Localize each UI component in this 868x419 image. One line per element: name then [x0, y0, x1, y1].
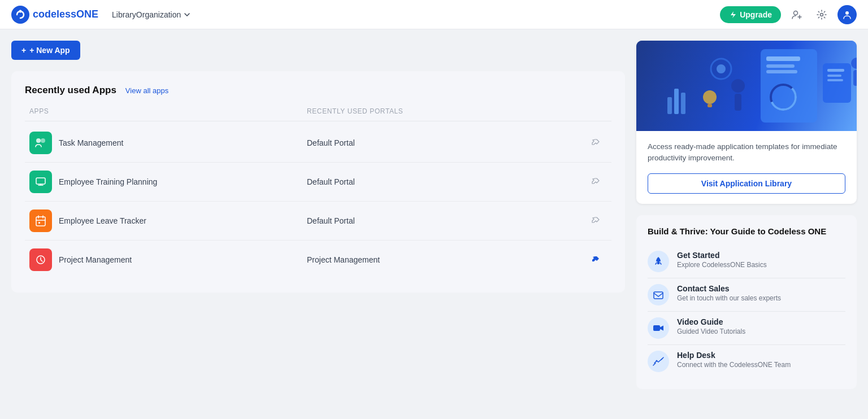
top-navigation: codelessONE LibraryOrganization Upgrade	[0, 0, 868, 29]
table-row[interactable]: Project Management Project Management	[25, 241, 611, 279]
guide-text: Help Desk Connect with the CodelessONE T…	[677, 351, 845, 369]
app-icon	[29, 210, 52, 232]
portal-name: Default Portal	[307, 177, 584, 186]
svg-rect-8	[36, 217, 45, 226]
guide-icon	[648, 317, 669, 339]
svg-rect-32	[681, 93, 685, 114]
svg-rect-9	[38, 222, 40, 224]
svg-point-1	[19, 10, 22, 12]
svg-rect-20	[827, 75, 841, 77]
svg-rect-15	[766, 70, 797, 73]
svg-rect-23	[735, 94, 741, 111]
chevron-down-icon	[183, 11, 191, 19]
app-name: Project Management	[59, 255, 132, 264]
right-panel: Access ready-made application templates …	[636, 41, 857, 389]
list-item[interactable]: Help Desk Connect with the CodelessONE T…	[648, 345, 845, 378]
logo-text: codelessONE	[33, 8, 98, 20]
svg-point-3	[821, 13, 823, 16]
guide-text: Video Guide Guided Video Tutorials	[677, 317, 845, 335]
pin-icon[interactable]	[584, 177, 607, 186]
app-library-description: Access ready-made application templates …	[648, 141, 845, 164]
logo[interactable]: codelessONE	[11, 6, 98, 24]
svg-rect-29	[708, 104, 712, 107]
bolt-icon	[729, 11, 737, 19]
guide-item-desc: Connect with the CodelessONE Team	[677, 361, 845, 369]
guide-card: Build & Thrive: Your Guide to Codeless O…	[636, 215, 857, 389]
app-name: Employee Training Planning	[59, 177, 157, 186]
guide-icon	[648, 284, 669, 305]
guide-item-title: Video Guide	[677, 317, 845, 326]
guide-items-list: Get Started Explore CodelessONE Basics C…	[648, 245, 845, 378]
settings-button[interactable]	[813, 6, 831, 24]
visit-application-library-button[interactable]: Visit Application Library	[648, 173, 845, 194]
col-apps-label: Apps	[29, 107, 307, 115]
app-info: Employee Training Planning	[29, 171, 307, 193]
table-row[interactable]: Employee Leave Tracker Default Portal	[25, 202, 611, 241]
list-item[interactable]: Get Started Explore CodelessONE Basics	[648, 245, 845, 278]
pin-icon[interactable]	[584, 138, 607, 147]
pin-icon[interactable]	[584, 255, 607, 264]
svg-point-36	[656, 360, 658, 361]
portal-name: Default Portal	[307, 138, 584, 147]
guide-title: Build & Thrive: Your Guide to Codeless O…	[648, 226, 845, 236]
app-name: Task Management	[59, 138, 123, 147]
pin-icon[interactable]	[584, 216, 607, 225]
user-icon	[842, 10, 852, 20]
recently-used-card: Recently used Apps View all apps Apps Re…	[11, 71, 625, 293]
col-portals-label: Recently used portals	[307, 107, 584, 115]
guide-item-desc: Get in touch with our sales experts	[677, 294, 845, 302]
svg-rect-19	[827, 69, 844, 72]
banner-illustration	[636, 41, 857, 131]
app-icon	[29, 248, 52, 271]
svg-rect-21	[827, 79, 843, 81]
app-info: Task Management	[29, 132, 307, 154]
apps-list: Task Management Default Portal Employee …	[25, 124, 611, 279]
svg-rect-33	[657, 261, 659, 264]
svg-point-5	[36, 138, 41, 143]
guide-text: Get Started Explore CodelessONE Basics	[677, 251, 845, 269]
svg-rect-7	[36, 178, 45, 184]
new-app-button[interactable]: + + New App	[11, 41, 80, 60]
svg-rect-25	[853, 70, 857, 86]
app-library-banner	[636, 41, 857, 131]
svg-rect-30	[667, 97, 672, 114]
app-info: Employee Leave Tracker	[29, 210, 307, 232]
guide-item-desc: Guided Video Tutorials	[677, 328, 845, 335]
org-selector[interactable]: LibraryOrganization	[107, 8, 196, 21]
upgrade-button[interactable]: Upgrade	[720, 6, 781, 23]
guide-icon	[648, 251, 669, 272]
apps-table-header: Apps Recently used portals	[25, 107, 611, 121]
app-icon	[29, 132, 52, 154]
guide-item-desc: Explore CodelessONE Basics	[677, 261, 845, 269]
org-name: LibraryOrganization	[112, 10, 181, 19]
recently-used-title: Recently used Apps	[25, 85, 116, 96]
nav-right: Upgrade	[720, 5, 857, 24]
svg-point-6	[41, 138, 45, 143]
app-library-card: Access ready-made application templates …	[636, 41, 857, 204]
svg-rect-35	[653, 325, 660, 331]
user-avatar-button[interactable]	[837, 5, 857, 24]
app-library-body: Access ready-made application templates …	[636, 131, 857, 204]
guide-item-title: Help Desk	[677, 351, 845, 360]
left-panel: + + New App Recently used Apps View all …	[11, 41, 625, 389]
table-row[interactable]: Task Management Default Portal	[25, 124, 611, 163]
portal-name: Default Portal	[307, 216, 584, 225]
guide-item-title: Contact Sales	[677, 284, 845, 293]
svg-rect-13	[766, 56, 800, 61]
list-item[interactable]: Video Guide Guided Video Tutorials	[648, 312, 845, 345]
svg-point-27	[717, 64, 726, 73]
svg-rect-14	[766, 64, 795, 68]
add-user-button[interactable]	[788, 6, 806, 24]
logo-icon	[11, 6, 29, 24]
recently-used-header: Recently used Apps View all apps	[25, 85, 611, 96]
portal-name: Project Management	[307, 255, 584, 264]
app-icon	[29, 171, 52, 193]
svg-point-4	[845, 11, 849, 15]
svg-point-0	[11, 6, 29, 24]
app-name: Employee Leave Tracker	[59, 216, 146, 225]
view-all-apps-link[interactable]: View all apps	[125, 86, 168, 95]
table-row[interactable]: Employee Training Planning Default Porta…	[25, 163, 611, 202]
svg-point-2	[794, 11, 798, 15]
list-item[interactable]: Contact Sales Get in touch with our sale…	[648, 278, 845, 312]
svg-point-28	[703, 90, 717, 104]
